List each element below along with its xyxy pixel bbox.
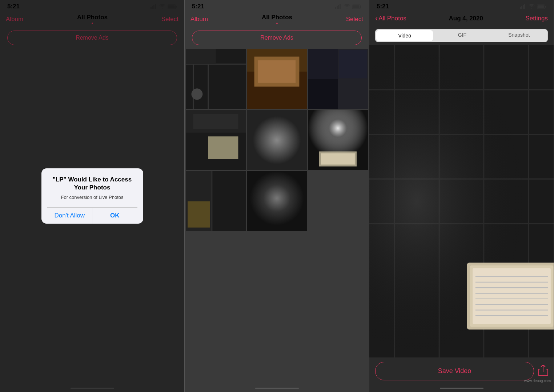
svg-rect-50 — [524, 4, 525, 9]
home-bar-3 — [440, 388, 483, 389]
svg-rect-52 — [545, 6, 546, 8]
ceiling-photo-content — [369, 45, 554, 357]
status-time-3: 5:21 — [377, 3, 389, 10]
watermark: www.deuag.com — [524, 379, 551, 383]
status-time-2: 5:21 — [192, 3, 204, 10]
svg-rect-35 — [247, 110, 307, 170]
dialog-title: "LP" Would Like to Access Your Photos — [47, 176, 137, 192]
home-indicator-2 — [185, 385, 369, 392]
battery-icon-3 — [537, 4, 546, 9]
svg-rect-23 — [258, 60, 296, 83]
share-button[interactable] — [538, 365, 548, 378]
svg-rect-13 — [353, 5, 360, 8]
home-bar-2 — [255, 388, 299, 389]
svg-rect-18 — [186, 49, 216, 64]
svg-rect-49 — [523, 5, 524, 9]
back-arrow-icon: ‹ — [375, 14, 378, 23]
status-icons-2 — [335, 4, 362, 9]
back-label: All Photos — [378, 15, 406, 22]
wifi-icon-3 — [529, 4, 535, 9]
photo-date: Aug 4, 2020 — [449, 15, 483, 22]
dialog-message: For conversion of Live Photos — [47, 195, 137, 200]
ceiling-svg — [369, 45, 554, 357]
save-video-button[interactable]: Save Video — [375, 362, 534, 380]
photo-cell-2[interactable] — [247, 49, 307, 109]
signal-icon-3 — [520, 4, 526, 9]
svg-point-19 — [191, 88, 202, 100]
permission-dialog: "LP" Would Like to Access Your Photos Fo… — [41, 168, 143, 224]
svg-rect-32 — [193, 114, 238, 129]
svg-rect-12 — [361, 6, 362, 8]
home-indicator-3 — [369, 385, 554, 392]
photo-cell-4[interactable] — [186, 110, 246, 170]
photo-cell-1[interactable] — [186, 49, 246, 109]
nav-title-arrow-2: ▲ — [276, 21, 278, 25]
dialog-buttons: Don't Allow OK — [47, 207, 137, 224]
dont-allow-button[interactable]: Don't Allow — [47, 208, 93, 224]
phone-screen-1: 5:21 Album All Photos — [0, 0, 185, 392]
conversion-tabs: Video GIF Snapshot — [375, 29, 548, 42]
settings-link[interactable]: Settings — [526, 15, 548, 22]
photo-grid-container — [185, 48, 369, 385]
svg-rect-7 — [335, 7, 336, 9]
svg-rect-42 — [212, 171, 246, 231]
remove-ads-button-2[interactable]: Remove Ads — [192, 31, 362, 45]
svg-rect-53 — [538, 5, 544, 8]
svg-rect-46 — [247, 171, 307, 231]
photo-cell-7[interactable] — [186, 171, 246, 231]
svg-rect-26 — [308, 49, 338, 79]
nav-select-2[interactable]: Select — [346, 16, 363, 23]
back-button[interactable]: ‹ All Photos — [375, 14, 406, 23]
tab-gif[interactable]: GIF — [434, 29, 490, 42]
battery-icon-2 — [352, 4, 362, 9]
svg-rect-39 — [321, 153, 355, 165]
photo-cell-5[interactable] — [247, 110, 307, 170]
svg-rect-10 — [340, 4, 341, 9]
signal-icon-2 — [335, 4, 342, 9]
svg-rect-29 — [339, 50, 367, 78]
nav-bar-2: Album All Photos ▲ Select — [185, 12, 369, 28]
svg-rect-47 — [520, 7, 521, 9]
nav-album-2[interactable]: Album — [190, 16, 208, 23]
phone-screen-3: 5:21 ‹ All Photos — [369, 0, 554, 392]
tab-video[interactable]: Video — [376, 30, 433, 41]
share-icon — [538, 365, 548, 376]
photo-cell-3[interactable] — [308, 49, 368, 109]
main-photo-display — [369, 45, 554, 357]
photo-cell-6[interactable] — [308, 110, 368, 170]
svg-rect-48 — [521, 6, 522, 9]
photo-grid — [185, 48, 369, 232]
status-bar-3: 5:21 — [369, 0, 554, 12]
photo-cell-8[interactable] — [247, 171, 307, 231]
ok-button[interactable]: OK — [92, 208, 137, 224]
photo-detail-nav: ‹ All Photos Aug 4, 2020 Settings — [369, 12, 554, 26]
svg-rect-9 — [338, 5, 339, 9]
svg-rect-33 — [208, 136, 238, 159]
tab-snapshot[interactable]: Snapshot — [491, 29, 547, 42]
wifi-icon-2 — [344, 4, 350, 9]
permission-dialog-overlay: "LP" Would Like to Access Your Photos Fo… — [0, 0, 184, 392]
phone-screen-2: 5:21 Album All Photos — [185, 0, 369, 392]
svg-rect-43 — [188, 201, 210, 228]
status-bar-2: 5:21 — [185, 0, 369, 12]
status-icons-3 — [520, 4, 546, 9]
photo-cell-empty-1 — [308, 171, 368, 231]
nav-title-2: All Photos ▲ — [262, 14, 292, 25]
svg-rect-8 — [337, 6, 338, 9]
